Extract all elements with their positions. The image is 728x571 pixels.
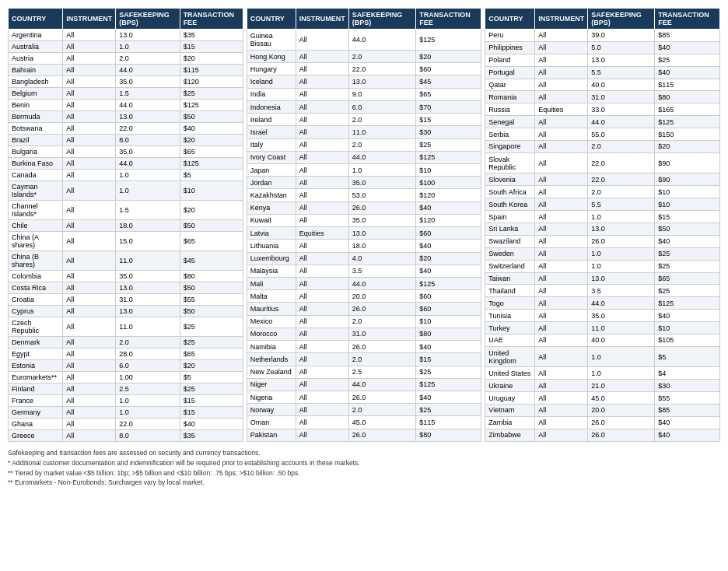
table-cell: $45 (180, 251, 243, 271)
table-cell: $55 (655, 392, 720, 405)
table-cell: All (296, 88, 348, 100)
table-cell: 21.0 (588, 380, 655, 392)
table-cell: $40 (416, 391, 481, 403)
table-row: CyprusAll13.0$50 (9, 306, 243, 317)
table-cell: All (63, 337, 116, 349)
table-cell: $30 (655, 380, 720, 392)
table-cell: 13.0 (116, 111, 180, 123)
table-cell: $25 (180, 88, 243, 100)
table-cell: Canada (9, 170, 63, 181)
table-row: CroatiaAll31.0$55 (9, 294, 243, 306)
table-cell: All (63, 41, 116, 53)
table-cell: 26.0 (348, 429, 415, 441)
table-row: HungaryAll22.0$60 (247, 63, 481, 75)
table-cell: All (296, 164, 348, 177)
table-cell: 39.0 (588, 30, 655, 42)
table-cell: $125 (416, 30, 481, 51)
table-cell: Japan (247, 164, 296, 177)
table-cell: All (535, 367, 588, 380)
table-cell: China (B shares) (9, 251, 63, 271)
table-cell: $35 (180, 30, 243, 41)
table-cell: $120 (180, 76, 243, 88)
table-cell: 40.0 (588, 334, 655, 346)
table-row: EstoniaAll6.0$20 (9, 360, 243, 372)
table-row: IsraelAll11.0$30 (247, 126, 481, 138)
table-cell: $120 (416, 189, 481, 201)
table-cell: All (296, 201, 348, 214)
table-cell: Euromarkets** (9, 372, 63, 384)
table-cell: 3.5 (588, 285, 655, 297)
table-row: PeruAll39.0$85 (485, 30, 720, 42)
table-row: SloveniaAll22.0$90 (485, 173, 720, 186)
table-cell: 33.0 (588, 103, 655, 116)
table-cell: All (535, 41, 588, 54)
table-cell: All (535, 173, 588, 186)
table-cell: 44.0 (348, 378, 415, 391)
table-row: Cayman Islands*All1.0$10 (9, 181, 243, 201)
table-cell: All (63, 123, 116, 135)
table-cell: 2.0 (348, 138, 415, 151)
table-cell: Morocco (247, 328, 296, 340)
table-cell: $65 (416, 88, 481, 100)
table-cell: $125 (180, 158, 243, 170)
table-cell: All (63, 100, 116, 111)
header-transaction-1: TRANSACTION FEE (180, 9, 243, 30)
table-cell: $4 (655, 367, 720, 380)
table-cell: All (296, 264, 348, 277)
table-row: ItalyAll2.0$25 (247, 138, 481, 151)
table-cell: All (63, 372, 116, 384)
header-transaction-3: TRANSACTION FEE (655, 9, 720, 30)
table-cell: Equities (296, 227, 348, 240)
table-cell: 1.0 (116, 41, 180, 53)
table-cell: $80 (416, 429, 481, 441)
table-cell: 44.0 (348, 151, 415, 163)
footnote-item: ** Tiered by market value:<$5 billion: 1… (8, 468, 720, 478)
table-cell: Guinea Bissau (247, 30, 296, 51)
table-cell: $70 (416, 100, 481, 113)
table-cell: $25 (655, 260, 720, 272)
table-cell: Israel (247, 126, 296, 138)
table-row: Euromarkets**All1.00$5 (9, 372, 243, 384)
table-cell: 9.0 (348, 88, 415, 100)
table-cell: $30 (416, 126, 481, 138)
table-cell: $10 (655, 322, 720, 335)
table-cell: Ghana (9, 419, 63, 430)
table-cell: Lithuania (247, 240, 296, 252)
table-cell: Egypt (9, 349, 63, 360)
table-cell: All (535, 392, 588, 405)
table-col3: COUNTRY INSTRUMENT SAFEKEEPING (BPS) TRA… (485, 8, 720, 442)
table-cell: Nigeria (247, 391, 296, 403)
table-cell: All (535, 272, 588, 285)
table-row: BeninAll44.0$125 (9, 100, 243, 111)
table-cell: 3.5 (348, 264, 415, 277)
header-safekeeping-3: SAFEKEEPING (BPS) (588, 9, 655, 30)
footnote-item: Safekeeping and transaction fees are ass… (8, 448, 720, 458)
header-instrument-3: INSTRUMENT (535, 9, 588, 30)
table-cell: $40 (416, 264, 481, 277)
table-row: Guinea BissauAll44.0$125 (247, 30, 481, 51)
table-row: BahrainAll44.0$115 (9, 65, 243, 76)
table-cell: $25 (655, 54, 720, 66)
table-cell: All (63, 158, 116, 170)
table-cell: $5 (180, 170, 243, 181)
table-cell: All (63, 88, 116, 100)
table-cell: $40 (655, 416, 720, 429)
table-row: LatviaEquities13.0$60 (247, 227, 481, 240)
table-cell: Hungary (247, 63, 296, 75)
table-row: ZambiaAll26.0$40 (485, 416, 720, 429)
table-cell: $40 (655, 429, 720, 441)
table-cell: $50 (180, 220, 243, 232)
header-instrument-1: INSTRUMENT (63, 9, 116, 30)
table-cell: Australia (9, 41, 63, 53)
table-cell: All (63, 53, 116, 65)
table-cell: 5.5 (588, 66, 655, 79)
table-cell: Greece (9, 430, 63, 442)
table-cell: Spain (485, 211, 535, 223)
table-cell: All (63, 271, 116, 282)
table-cell: $50 (180, 111, 243, 123)
table-row: BangladeshAll35.0$120 (9, 76, 243, 88)
table-cell: Serbia (485, 128, 535, 141)
table-cell: Uruguay (485, 392, 535, 405)
table-row: China (A shares)All15.0$65 (9, 232, 243, 251)
table-row: NetherlandsAll2.0$15 (247, 353, 481, 366)
